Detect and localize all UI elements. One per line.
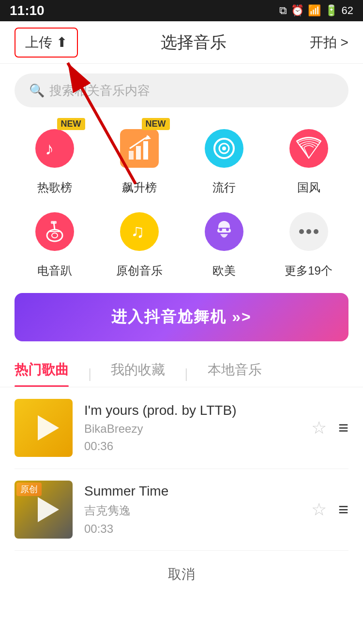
favorite-button-2[interactable]: ☆ xyxy=(311,499,327,520)
music-tabs: 热门歌曲 | 我的收藏 | 本地音乐 xyxy=(0,351,363,387)
popular-label: 流行 xyxy=(212,180,236,195)
svg-point-20 xyxy=(306,229,311,234)
western-icon xyxy=(205,212,243,251)
svg-rect-3 xyxy=(143,141,148,160)
electric-label: 电音趴 xyxy=(37,263,72,278)
upload-label: 上传 xyxy=(25,33,52,52)
svg-rect-11 xyxy=(51,221,57,224)
electric-icon-wrap xyxy=(28,205,81,258)
svg-point-17 xyxy=(219,228,222,231)
hot-label: 热歌榜 xyxy=(37,180,72,195)
svg-point-18 xyxy=(226,228,229,231)
search-bar[interactable]: 🔍 搜索相关音乐内容 xyxy=(15,73,348,107)
svg-rect-1 xyxy=(129,151,134,160)
category-grid: ♪ NEW 热歌榜 NEW 飙升榜 xyxy=(0,117,363,288)
electric-icon xyxy=(35,212,74,251)
rising-new-badge: NEW xyxy=(142,118,170,130)
song-title-2: Summer Time xyxy=(84,483,300,499)
tab-favorites[interactable]: 我的收藏 xyxy=(111,361,165,387)
status-icons: ⧉ ⏰ 📶 🔋 62 xyxy=(279,4,353,17)
category-electric[interactable]: 电音趴 xyxy=(15,205,94,278)
hot-icon: ♪ xyxy=(35,129,74,168)
western-icon-wrap xyxy=(197,205,251,258)
favorite-button-1[interactable]: ☆ xyxy=(311,418,327,438)
rising-label: 飙升榜 xyxy=(122,180,157,195)
category-hot[interactable]: ♪ NEW 热歌榜 xyxy=(15,122,94,195)
category-original[interactable]: ♫ 原创音乐 xyxy=(99,205,179,278)
hot-new-badge: NEW xyxy=(57,118,85,130)
song-actions-1: ☆ ≡ xyxy=(311,418,348,438)
copy-icon: ⧉ xyxy=(279,4,287,17)
original-label: 原创音乐 xyxy=(116,263,163,278)
category-western[interactable]: 欧美 xyxy=(184,205,264,278)
battery-percent: 62 xyxy=(342,4,353,17)
guofeng-icon-wrap xyxy=(282,122,335,175)
category-rising[interactable]: NEW 飙升榜 xyxy=(99,122,179,195)
song-item-2: 原创 Summer Time 吉克隽逸 00:33 ☆ ≡ xyxy=(15,469,348,551)
song-cover-2[interactable]: 原创 xyxy=(15,481,73,539)
banner-section: 进入抖音尬舞机 »> xyxy=(0,288,363,351)
page-title: 选择音乐 xyxy=(161,31,227,54)
hot-icon-wrap: ♪ NEW xyxy=(28,122,81,175)
popular-icon-wrap xyxy=(197,122,251,175)
top-nav: 上传 ⬆ 选择音乐 开拍 > xyxy=(0,21,363,64)
dance-machine-banner[interactable]: 进入抖音尬舞机 »> xyxy=(15,293,348,341)
cancel-section: 取消 xyxy=(0,551,363,598)
song-cover-1[interactable] xyxy=(15,399,73,457)
start-shooting-button[interactable]: 开拍 > xyxy=(310,33,348,52)
tab-hot-songs[interactable]: 热门歌曲 xyxy=(15,361,69,387)
category-more[interactable]: 更多19个 xyxy=(269,205,348,278)
song-title-1: I'm yours (prod. by LTTB) xyxy=(84,403,300,418)
tab-divider-1: | xyxy=(88,366,91,381)
song-duration-1: 00:36 xyxy=(84,439,300,453)
rising-icon-wrap: NEW xyxy=(113,122,166,175)
more-label: 更多19个 xyxy=(285,263,333,278)
search-placeholder: 搜索相关音乐内容 xyxy=(49,82,150,99)
svg-point-7 xyxy=(222,146,226,150)
svg-point-19 xyxy=(299,229,304,234)
more-menu-button-2[interactable]: ≡ xyxy=(338,499,348,520)
search-icon: 🔍 xyxy=(29,83,45,98)
song-info-2: Summer Time 吉克隽逸 00:33 xyxy=(84,483,300,536)
svg-text:♫: ♫ xyxy=(131,221,145,241)
alarm-icon: ⏰ xyxy=(291,4,304,17)
battery-icon: 🔋 xyxy=(325,4,338,17)
status-bar: 11:10 ⧉ ⏰ 📶 🔋 62 xyxy=(0,0,363,21)
original-icon-wrap: ♫ xyxy=(113,205,166,258)
song-artist-1: BikaBreezy xyxy=(84,422,300,436)
more-menu-button-1[interactable]: ≡ xyxy=(338,418,348,438)
original-badge: 原创 xyxy=(16,483,42,496)
svg-point-9 xyxy=(52,233,58,238)
signal-icon: 📶 xyxy=(308,4,321,17)
song-artist-2: 吉克隽逸 xyxy=(84,503,300,518)
svg-point-21 xyxy=(314,229,318,234)
rising-icon xyxy=(120,129,159,168)
upload-button[interactable]: 上传 ⬆ xyxy=(15,28,78,58)
song-duration-2: 00:33 xyxy=(84,522,300,536)
search-section: 🔍 搜索相关音乐内容 xyxy=(0,64,363,117)
more-icon xyxy=(289,212,328,251)
tab-divider-2: | xyxy=(184,366,188,381)
song-actions-2: ☆ ≡ xyxy=(311,499,348,520)
western-label: 欧美 xyxy=(212,263,236,278)
guofeng-label: 国风 xyxy=(297,180,320,195)
category-guofeng[interactable]: 国风 xyxy=(269,122,348,195)
svg-rect-2 xyxy=(136,146,141,160)
status-time: 11:10 xyxy=(10,3,45,18)
song-item-1: I'm yours (prod. by LTTB) BikaBreezy 00:… xyxy=(15,387,348,469)
upload-icon: ⬆ xyxy=(56,34,67,50)
svg-text:♪: ♪ xyxy=(45,139,54,159)
original-icon: ♫ xyxy=(120,212,159,251)
tab-local[interactable]: 本地音乐 xyxy=(208,361,262,387)
cancel-button[interactable]: 取消 xyxy=(168,565,195,584)
banner-text: 进入抖音尬舞机 »> xyxy=(111,307,251,328)
play-button-1[interactable] xyxy=(38,415,59,440)
song-info-1: I'm yours (prod. by LTTB) BikaBreezy 00:… xyxy=(84,403,300,453)
song-list: I'm yours (prod. by LTTB) BikaBreezy 00:… xyxy=(0,387,363,551)
category-popular[interactable]: 流行 xyxy=(184,122,264,195)
play-button-2[interactable] xyxy=(38,497,59,522)
popular-icon xyxy=(205,129,243,168)
guofeng-icon xyxy=(289,129,328,168)
more-icon-wrap xyxy=(282,205,335,258)
